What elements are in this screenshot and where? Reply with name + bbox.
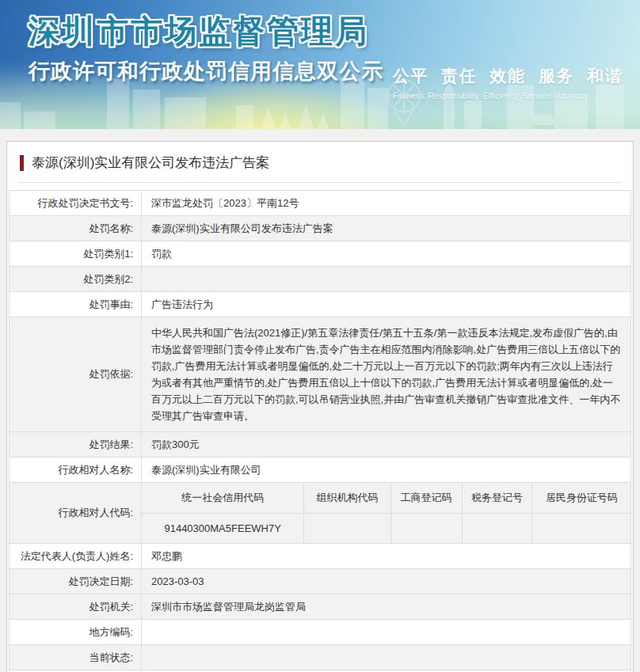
page-root: 深圳市市场监督管理局 行政许可和行政处罚信用信息双公示 公平 责任 效能 服务 … — [0, 0, 640, 672]
row-label: 法定代表人(负责人)姓名: — [10, 544, 142, 569]
row-label: 行政相对人名称: — [10, 457, 142, 483]
row-value — [142, 620, 631, 645]
content-panel: 泰源(深圳)实业有限公司发布违法广告案 行政处罚决定书文号: 深市监龙处罚〔20… — [6, 141, 634, 672]
slogan-chinese: 公平 责任 效能 服务 和谐 — [393, 65, 623, 87]
table-row-decision-number: 行政处罚决定书文号: 深市监龙处罚〔2023〕平南12号 — [10, 191, 631, 216]
row-label: 处罚机关: — [10, 594, 142, 620]
row-label: 处罚依据: — [10, 317, 142, 432]
table-row-penalty-result: 处罚结果: 罚款300元 — [10, 432, 631, 457]
row-value: 中华人民共和国广告法(2021修正)/第五章法律责任/第五十五条/第一款违反本法… — [142, 317, 631, 432]
party-code-table: 统一社会信用代码 组织机构代码 工商登记码 税务登记号 居民身份证号码 9144… — [142, 483, 630, 543]
row-value: 深圳市市场监督管理局龙岗监管局 — [142, 594, 631, 620]
row-value: 泰源(深圳)实业有限公司发布违法广告案 — [142, 216, 631, 241]
table-row-legal-representative: 法定代表人(负责人)姓名: 邓忠鹏 — [10, 544, 631, 569]
row-value — [142, 267, 631, 292]
row-label: 处罚类别1: — [10, 241, 142, 267]
table-row-penalty-basis: 处罚依据: 中华人民共和国广告法(2021修正)/第五章法律责任/第五十五条/第… — [10, 317, 631, 432]
site-banner: 深圳市市场监督管理局 行政许可和行政处罚信用信息双公示 公平 责任 效能 服务 … — [0, 0, 640, 129]
table-row-penalty-reason: 处罚事由: 广告违法行为 — [10, 292, 631, 317]
row-label: 当前状态: — [10, 645, 142, 670]
table-row-penalty-category-1: 处罚类别1: 罚款 — [10, 241, 631, 267]
banner-slogan: 公平 责任 效能 服务 和谐 Faimess Responsibility Ef… — [393, 65, 623, 101]
slogan-english: Faimess Responsibility Efficiency Servic… — [393, 91, 623, 101]
row-value: 邓忠鹏 — [142, 544, 631, 569]
row-value — [142, 645, 631, 670]
party-code-value-row: 91440300MA5FEEWH7Y — [142, 513, 630, 543]
party-code-header-row: 统一社会信用代码 组织机构代码 工商登记码 税务登记号 居民身份证号码 — [142, 483, 630, 513]
title-accent-bar — [20, 155, 24, 171]
site-title: 深圳市市场监督管理局 — [29, 9, 369, 53]
row-label: 处罚结果: — [10, 432, 142, 457]
row-value: 深市监龙处罚〔2023〕平南12号 — [142, 191, 631, 216]
table-row-penalty-category-2: 处罚类别2: — [10, 267, 631, 292]
code-col-value — [304, 513, 390, 543]
row-value: 泰源(深圳)实业有限公司 — [142, 457, 631, 483]
code-col-header: 统一社会信用代码 — [142, 483, 304, 513]
table-row-penalty-authority: 处罚机关: 深圳市市场监督管理局龙岗监管局 — [10, 594, 631, 620]
table-row-party-name: 行政相对人名称: 泰源(深圳)实业有限公司 — [10, 457, 631, 483]
row-label: 处罚类别2: — [10, 267, 142, 292]
code-col-value — [532, 513, 630, 543]
party-code-cell: 统一社会信用代码 组织机构代码 工商登记码 税务登记号 居民身份证号码 9144… — [142, 483, 631, 544]
row-label: 地方编码: — [10, 620, 142, 645]
code-col-value — [462, 513, 532, 543]
table-row-local-code: 地方编码: — [10, 620, 631, 645]
row-label: 处罚决定日期: — [10, 569, 142, 594]
site-subtitle: 行政许可和行政处罚信用信息双公示 — [29, 57, 383, 85]
title-divider — [18, 182, 622, 183]
code-col-header: 居民身份证号码 — [532, 483, 630, 513]
row-label: 行政处罚决定书文号: — [10, 191, 142, 216]
table-row-current-status: 当前状态: — [10, 645, 631, 670]
row-label: 处罚事由: — [10, 292, 142, 317]
case-title: 泰源(深圳)实业有限公司发布违法广告案 — [32, 154, 269, 172]
table-row-party-codes: 行政相对人代码: 统一社会信用代码 组织机构代码 工商登记码 — [10, 483, 631, 544]
code-col-value: 91440300MA5FEEWH7Y — [142, 513, 304, 543]
row-value: 罚款 — [142, 241, 631, 267]
code-col-value — [390, 513, 462, 543]
code-col-header: 税务登记号 — [462, 483, 532, 513]
table-row-decision-date: 处罚决定日期: 2023-03-03 — [10, 569, 631, 594]
code-col-header: 工商登记码 — [390, 483, 462, 513]
row-label: 行政相对人代码: — [10, 483, 142, 544]
table-row-penalty-name: 处罚名称: 泰源(深圳)实业有限公司发布违法广告案 — [10, 216, 631, 241]
row-value: 罚款300元 — [142, 432, 631, 457]
code-col-header: 组织机构代码 — [304, 483, 390, 513]
row-value: 2023-03-03 — [142, 569, 631, 594]
case-title-block: 泰源(深圳)实业有限公司发布违法广告案 — [7, 142, 633, 182]
penalty-detail-table: 行政处罚决定书文号: 深市监龙处罚〔2023〕平南12号 处罚名称: 泰源(深圳… — [9, 190, 631, 672]
row-value: 广告违法行为 — [142, 292, 631, 317]
row-label: 处罚名称: — [10, 216, 142, 241]
